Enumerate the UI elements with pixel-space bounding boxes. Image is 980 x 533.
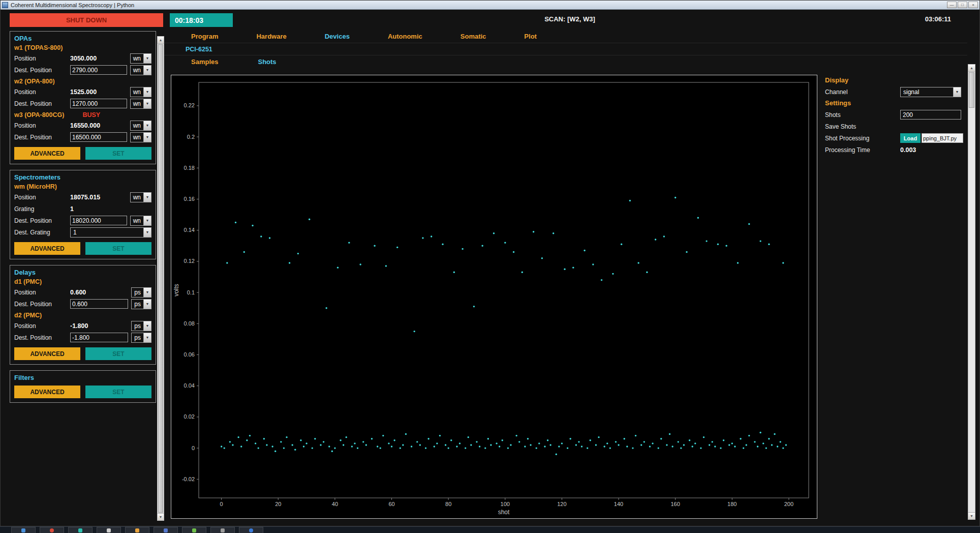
- chevron-down-icon[interactable]: ▼: [143, 133, 151, 142]
- tab-autonomic[interactable]: Autonomic: [388, 33, 422, 40]
- w1-dest-units-combobox[interactable]: wn▼: [130, 65, 151, 75]
- main-scrollbar[interactable]: ▲ ▼: [968, 64, 975, 520]
- taskbar-button[interactable]: [239, 527, 263, 533]
- scroll-up-icon[interactable]: ▲: [968, 65, 975, 72]
- chevron-down-icon[interactable]: ▼: [953, 87, 961, 97]
- filters-advanced-button[interactable]: ADVANCED: [14, 386, 80, 398]
- svg-text:0: 0: [192, 445, 195, 451]
- chevron-down-icon[interactable]: ▼: [143, 121, 151, 130]
- combo-value: wn: [131, 216, 143, 225]
- display-settings-panel: Display Channel signal▼ Settings Shots S…: [825, 75, 963, 156]
- taskbar-button[interactable]: [97, 527, 121, 533]
- opas-set-button[interactable]: SET: [85, 147, 151, 160]
- spectrometers-set-button[interactable]: SET: [85, 242, 151, 255]
- load-button[interactable]: Load: [900, 133, 921, 143]
- taskbar-button[interactable]: [210, 527, 235, 533]
- chevron-down-icon[interactable]: ▼: [143, 54, 151, 63]
- d1-dest-input[interactable]: [70, 299, 128, 309]
- dest-position-label: Dest. Position: [14, 100, 67, 107]
- wm-dest-input[interactable]: [70, 216, 127, 225]
- scrollbar-thumb[interactable]: [158, 44, 163, 513]
- d1-position-units-combobox[interactable]: ps▼: [131, 287, 151, 298]
- tab-devices[interactable]: Devices: [325, 33, 350, 40]
- tab-shots[interactable]: Shots: [258, 58, 276, 66]
- titlebar[interactable]: Coherent Multidimensional Spectroscopy |…: [1, 1, 979, 10]
- channel-combobox[interactable]: signal▼: [900, 87, 961, 97]
- combo-value: wn: [131, 87, 143, 97]
- chevron-down-icon[interactable]: ▼: [143, 216, 151, 225]
- scroll-down-icon[interactable]: ▼: [158, 513, 164, 520]
- delays-advanced-button[interactable]: ADVANCED: [14, 347, 80, 360]
- w3-position-row: Position 16550.000 wn▼: [14, 120, 151, 131]
- w2-position-units-combobox[interactable]: wn▼: [130, 87, 151, 97]
- scan-status: SCAN: [W2, W3]: [494, 15, 646, 23]
- d2-dest-input[interactable]: [70, 333, 128, 342]
- chevron-down-icon[interactable]: ▼: [143, 300, 151, 309]
- tab-somatic[interactable]: Somatic: [461, 33, 486, 40]
- chevron-down-icon[interactable]: ▼: [143, 333, 151, 342]
- d2-position-value: -1.800: [70, 322, 128, 330]
- sidebar-scrollbar[interactable]: ▲ ▼: [157, 36, 164, 521]
- windows-taskbar[interactable]: [0, 526, 980, 533]
- taskbar-button[interactable]: [40, 527, 64, 533]
- w2-dest-units-combobox[interactable]: wn▼: [130, 99, 151, 109]
- w2-dest-input[interactable]: [70, 99, 127, 108]
- processing-time-row: Processing Time 0.003: [825, 144, 963, 156]
- tab-plot[interactable]: Plot: [524, 33, 537, 40]
- wm-dest-grating-combobox[interactable]: 1▼: [70, 227, 151, 238]
- chevron-down-icon[interactable]: ▼: [143, 321, 151, 331]
- shots-input[interactable]: [900, 110, 961, 120]
- chevron-down-icon[interactable]: ▼: [143, 87, 151, 97]
- main-region: OPAs w1 (TOPAS-800) Position 3050.000 wn…: [1, 30, 979, 526]
- tab-program[interactable]: Program: [191, 33, 218, 40]
- chevron-down-icon[interactable]: ▼: [143, 228, 151, 237]
- chevron-down-icon[interactable]: ▼: [143, 193, 151, 202]
- tab-samples[interactable]: Samples: [191, 58, 218, 66]
- w3-dest-input[interactable]: [70, 132, 127, 142]
- w1-dest-input[interactable]: [70, 65, 127, 75]
- svg-text:180: 180: [727, 501, 737, 507]
- wm-position-units-combobox[interactable]: wn▼: [130, 192, 151, 202]
- delays-buttons: ADVANCED SET: [14, 347, 151, 360]
- maximize-button[interactable]: □: [958, 2, 967, 8]
- shutdown-button[interactable]: SHUT DOWN: [10, 13, 163, 27]
- close-button[interactable]: ×: [968, 2, 978, 8]
- taskbar-button[interactable]: [68, 527, 93, 533]
- chevron-down-icon[interactable]: ▼: [143, 288, 151, 297]
- svg-text:100: 100: [501, 501, 510, 507]
- scrollbar-thumb[interactable]: [969, 72, 974, 108]
- processing-file-field[interactable]: [922, 133, 963, 143]
- chevron-down-icon[interactable]: ▼: [143, 66, 151, 75]
- taskbar-button[interactable]: [11, 527, 36, 533]
- spectrometers-advanced-button[interactable]: ADVANCED: [14, 242, 80, 255]
- d1-dest-units-combobox[interactable]: ps▼: [131, 299, 151, 309]
- shots-plot[interactable]: -0.0200.020.040.060.080.10.120.140.160.1…: [171, 75, 817, 519]
- filters-set-button[interactable]: SET: [85, 386, 151, 398]
- w1-position-units-combobox[interactable]: wn▼: [130, 53, 151, 64]
- w3-position-units-combobox[interactable]: wn▼: [130, 121, 151, 131]
- opas-advanced-button[interactable]: ADVANCED: [14, 147, 80, 160]
- tab-hardware[interactable]: Hardware: [256, 33, 286, 40]
- minimize-button[interactable]: —: [947, 2, 957, 8]
- taskbar-button[interactable]: [154, 527, 178, 533]
- caption-buttons: — □ ×: [947, 2, 978, 8]
- tab-pci-6251[interactable]: PCI-6251: [186, 46, 212, 53]
- central-area: Program Hardware Devices Autonomic Somat…: [164, 30, 967, 526]
- filters-group: Filters ADVANCED SET: [10, 370, 156, 403]
- scroll-down-icon[interactable]: ▼: [968, 512, 975, 519]
- app-icon: [107, 528, 111, 532]
- w3-dest-units-combobox[interactable]: wn▼: [130, 132, 151, 142]
- d2-dest-units-combobox[interactable]: ps▼: [131, 333, 151, 343]
- scroll-up-icon[interactable]: ▲: [158, 37, 164, 44]
- w1-position-row: Position 3050.000 wn▼: [14, 52, 151, 64]
- w2-position-row: Position 1525.000 wn▼: [14, 86, 151, 98]
- chevron-down-icon[interactable]: ▼: [143, 99, 151, 108]
- taskbar-button[interactable]: [125, 527, 149, 533]
- d2-position-units-combobox[interactable]: ps▼: [131, 321, 151, 331]
- svg-text:0.04: 0.04: [184, 382, 195, 389]
- taskbar-button[interactable]: [182, 527, 206, 533]
- delays-set-button[interactable]: SET: [85, 347, 151, 360]
- device-subtabs: Samples Shots: [164, 55, 967, 68]
- combo-value: ps: [132, 333, 143, 342]
- wm-dest-units-combobox[interactable]: wn▼: [130, 216, 151, 226]
